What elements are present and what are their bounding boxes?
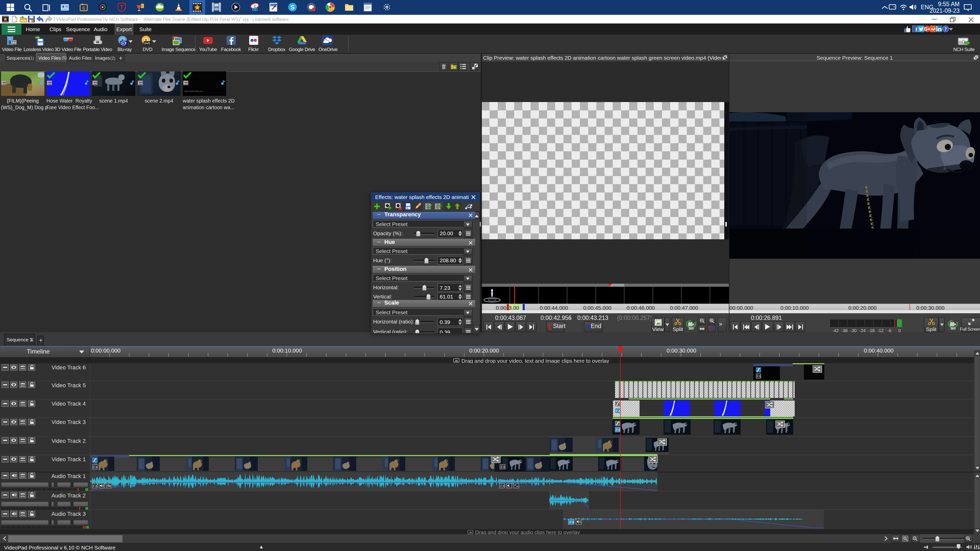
svg-text:f: f (915, 26, 917, 32)
svg-text:6: 6 (83, 6, 85, 11)
svg-text:360: 360 (688, 326, 694, 330)
svg-text:DVD: DVD (144, 41, 150, 44)
svg-text:S: S (290, 4, 294, 11)
svg-text:?: ? (944, 26, 947, 32)
svg-text:HP: HP (97, 41, 99, 43)
svg-text:360: 360 (950, 326, 956, 330)
svg-text:G+: G+ (924, 27, 930, 32)
